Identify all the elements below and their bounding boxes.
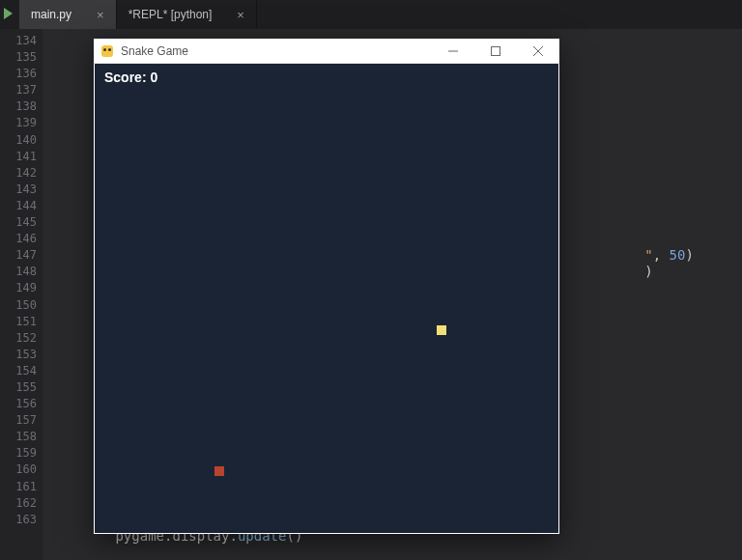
game-canvas[interactable]: Score: 0 (95, 64, 558, 533)
snake-head (437, 325, 446, 335)
run-icon[interactable] (4, 8, 13, 19)
close-button[interactable] (517, 39, 559, 64)
maximize-button[interactable] (474, 39, 517, 64)
game-window: Snake Game Score: 0 (94, 39, 559, 534)
window-title: Snake Game (121, 44, 188, 58)
close-icon[interactable]: × (237, 8, 244, 22)
close-icon[interactable]: × (97, 8, 104, 22)
food (214, 466, 224, 476)
score-display: Score: 0 (104, 70, 157, 85)
tab-main-py[interactable]: main.py × (19, 0, 117, 29)
line-number-gutter: 134 135 136 137 138 139 140 141 142 143 … (0, 29, 43, 560)
tab-repl[interactable]: *REPL* [python] × (117, 0, 257, 29)
title-bar[interactable]: Snake Game (94, 39, 559, 64)
tab-label: main.py (31, 8, 71, 21)
app-icon (100, 43, 115, 59)
tab-bar: main.py × *REPL* [python] × (0, 0, 742, 29)
minimize-button[interactable] (432, 39, 474, 64)
svg-rect-1 (492, 46, 500, 55)
tab-label: *REPL* [python] (128, 8, 213, 21)
